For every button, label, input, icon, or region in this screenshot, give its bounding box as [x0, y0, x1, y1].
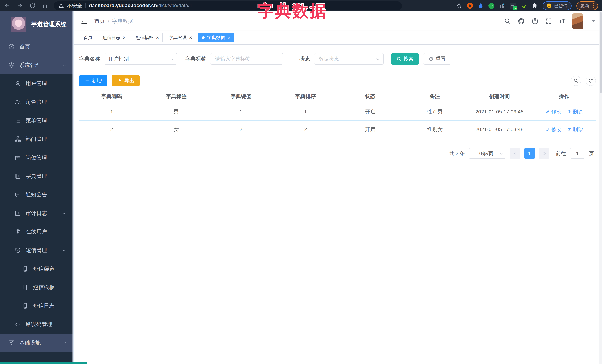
tab-home[interactable]: 首页 [80, 33, 96, 42]
status-select[interactable]: 数据状态 [314, 53, 384, 65]
close-icon[interactable]: × [228, 35, 230, 40]
edit-link[interactable]: 修改 [546, 126, 561, 133]
main-area: 首页 / 字典数据 тT 首页短信日志×短信模板×字典管理×字典数据× 字典名称 [73, 11, 602, 364]
sidebar-item-errcode-mgmt[interactable]: 错误码管理 [0, 315, 73, 334]
breadcrumb-separator: / [108, 18, 109, 24]
browser-menu-icon[interactable] [593, 3, 594, 8]
add-button[interactable]: 新增 [79, 75, 107, 86]
tree-icon [14, 136, 21, 143]
column-header: 字典排序 [273, 93, 338, 100]
url-text: dashboard.yudao.iocoder.cn/dict/type/dat… [89, 3, 192, 9]
hide-search-button[interactable] [571, 76, 581, 86]
security-warning-icon[interactable] [59, 3, 64, 8]
column-header: 状态 [338, 93, 402, 100]
sidebar-scrollbar[interactable] [72, 11, 73, 364]
delete-link[interactable]: 删除 [567, 108, 583, 115]
sidebar-item-sms-mgmt[interactable]: 短信管理 [0, 241, 73, 260]
sidebar-item-online-user[interactable]: 在线用户 [0, 223, 73, 241]
extension-on-icon[interactable]: on [510, 3, 516, 9]
goto-page-input[interactable] [570, 148, 585, 159]
table-cell: 2 [79, 126, 144, 132]
extension-sprout-icon[interactable] [521, 3, 527, 9]
sidebar-item-post-mgmt[interactable]: 岗位管理 [0, 148, 73, 167]
sidebar-item-label: 审计日志 [26, 210, 47, 217]
sidebar-item-label: 部门管理 [26, 135, 47, 143]
infra-icon [8, 340, 15, 346]
sidebar-item-home[interactable]: 首页 [0, 37, 73, 56]
sidebar-collapse-icon[interactable] [80, 17, 88, 25]
tab-sms-template[interactable]: 短信模板× [132, 33, 163, 42]
sidebar-item-sms-log[interactable]: 短信日志 [0, 297, 73, 315]
extension-drop-icon[interactable] [478, 3, 484, 9]
sidebar-item-role-mgmt[interactable]: 角色管理 [0, 93, 73, 112]
toolbar: 新增 导出 [79, 75, 596, 86]
extension-check-icon[interactable] [488, 3, 494, 9]
close-icon[interactable]: × [156, 35, 159, 40]
tab-label: 首页 [84, 35, 92, 41]
code-icon [14, 321, 21, 328]
breadcrumb-home[interactable]: 首页 [95, 18, 105, 25]
update-button[interactable]: 更新 [576, 1, 598, 10]
prev-page-button[interactable] [510, 148, 520, 159]
fullscreen-icon[interactable] [545, 18, 552, 25]
github-icon[interactable] [518, 18, 525, 25]
avatar[interactable] [572, 13, 583, 29]
sidebar-item-user-mgmt[interactable]: 用户管理 [0, 74, 73, 93]
sidebar-item-label: 首页 [19, 43, 30, 50]
font-size-icon[interactable]: тT [559, 18, 565, 24]
sidebar-item-sms-template[interactable]: 短信模板 [0, 278, 73, 297]
extensions-puzzle-icon[interactable] [532, 3, 538, 9]
sidebar-item-dept-mgmt[interactable]: 部门管理 [0, 130, 73, 148]
delete-link[interactable]: 删除 [567, 126, 583, 133]
notice-icon [14, 191, 21, 198]
page-size-select[interactable]: 10条/页 [469, 148, 506, 159]
address-bar[interactable]: 不安全 dashboard.yudao.iocoder.cn/dict/type… [54, 1, 402, 10]
table-body: 1男11开启性别男2021-01-05 17:03:48修改删除2女22开启性别… [79, 103, 596, 138]
sidebar-item-label: 系统管理 [19, 62, 41, 69]
page-scrollbar[interactable] [599, 11, 602, 364]
sidebar-item-infrastructure[interactable]: 基础设施 [0, 334, 73, 352]
sidebar-item-sms-channel[interactable]: 短信渠道 [0, 260, 73, 278]
sidebar-item-notice[interactable]: 通知公告 [0, 186, 73, 204]
forward-icon[interactable] [17, 3, 23, 9]
dict-label-input[interactable] [215, 56, 279, 62]
edit-link[interactable]: 修改 [546, 108, 561, 115]
table-cell: 男 [144, 108, 209, 115]
plus-icon [85, 78, 89, 83]
tab-dict-mgmt[interactable]: 字典管理× [165, 33, 196, 42]
caret-down-icon[interactable] [591, 20, 595, 22]
reload-icon[interactable] [29, 3, 36, 9]
dict-name-select[interactable]: 用户性别 [104, 53, 177, 65]
sidebar-item-dict-mgmt[interactable]: 字典管理 [0, 167, 73, 186]
reset-button[interactable]: 重置 [423, 53, 451, 65]
extension-orange-icon[interactable] [467, 3, 473, 9]
extension-bars-icon[interactable] [499, 3, 505, 9]
bookmark-star-icon[interactable] [456, 3, 462, 9]
scrollbar-thumb[interactable] [600, 12, 602, 93]
annotation-title: 字典数据 [258, 0, 327, 22]
back-icon[interactable] [4, 3, 10, 9]
sidebar-item-audit-log[interactable]: 审计日志 [0, 204, 73, 223]
profile-paused-badge[interactable]: 已暂停 [543, 1, 572, 10]
home-icon[interactable] [42, 3, 48, 9]
pagination: 共 2 条 10条/页 1 前往 页 [79, 148, 596, 159]
column-header: 创建时间 [467, 93, 532, 100]
sidebar-item-system-mgmt[interactable]: 系统管理 [0, 56, 73, 74]
help-icon[interactable] [531, 18, 538, 25]
sidebar-item-label: 在线用户 [26, 228, 47, 236]
refresh-button[interactable] [586, 76, 596, 86]
next-page-button[interactable] [539, 148, 549, 159]
tab-dict-data[interactable]: 字典数据× [198, 33, 234, 42]
sidebar-item-menu-mgmt[interactable]: 菜单管理 [0, 112, 73, 130]
export-button[interactable]: 导出 [112, 75, 140, 86]
sidebar-logo[interactable]: 芋道管理系统 [0, 11, 73, 37]
sidebar-item-label: 通知公告 [26, 191, 47, 198]
search-icon[interactable] [504, 18, 511, 25]
column-header: 字典键值 [209, 93, 273, 100]
chevron-down-icon [62, 211, 67, 216]
current-page[interactable]: 1 [524, 148, 535, 159]
search-button[interactable]: 搜索 [391, 53, 419, 65]
close-icon[interactable]: × [123, 35, 126, 40]
tab-sms-log[interactable]: 短信日志× [98, 33, 129, 42]
close-icon[interactable]: × [189, 35, 192, 40]
